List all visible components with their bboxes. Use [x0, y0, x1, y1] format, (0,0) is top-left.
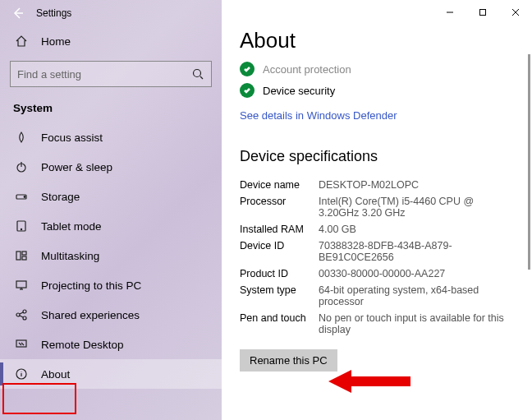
- spec-row: System type64-bit operating system, x64-…: [240, 282, 512, 310]
- remote-icon: [15, 338, 28, 351]
- specs-heading: Device specifications: [240, 148, 512, 165]
- security-label: Account protection: [263, 63, 351, 76]
- nav-item-projecting[interactable]: Projecting to this PC: [0, 270, 222, 300]
- nav-item-multitasking[interactable]: Multitasking: [0, 241, 222, 270]
- security-row-account: Account protection: [240, 58, 512, 80]
- scrollbar[interactable]: [528, 54, 530, 413]
- specs-table: Device nameDESKTOP-M02LOPC ProcessorInte…: [240, 177, 512, 338]
- window-title: Settings: [36, 7, 71, 19]
- nav-item-remote[interactable]: Remote Desktop: [0, 330, 222, 359]
- titlebar: Settings: [0, 0, 222, 26]
- power-icon: [15, 160, 28, 173]
- search-input[interactable]: Find a setting: [10, 61, 212, 87]
- svg-rect-8: [22, 256, 26, 260]
- svg-point-5: [21, 228, 21, 229]
- page-title: About: [240, 28, 512, 53]
- nav-item-shared[interactable]: Shared experiences: [0, 300, 222, 330]
- storage-icon: [15, 190, 28, 203]
- svg-point-12: [23, 316, 26, 320]
- multitasking-icon: [15, 249, 28, 262]
- check-icon: [240, 62, 255, 76]
- back-arrow-icon: [11, 7, 25, 20]
- projecting-icon: [15, 279, 28, 292]
- svg-rect-9: [16, 281, 26, 288]
- home-label: Home: [41, 35, 71, 48]
- nav-item-power[interactable]: Power & sleep: [0, 152, 222, 182]
- nav-label: Remote Desktop: [41, 339, 124, 351]
- nav-list: Focus assist Power & sleep Storage Table…: [0, 122, 222, 420]
- nav-item-focus-assist[interactable]: Focus assist: [0, 122, 222, 152]
- security-row-device: Device security: [240, 80, 512, 101]
- svg-point-10: [16, 313, 20, 316]
- nav-item-about[interactable]: About: [0, 359, 222, 389]
- check-icon: [240, 83, 255, 98]
- svg-rect-6: [16, 252, 21, 260]
- spec-row: ProcessorIntel(R) Core(TM) i5-4460 CPU @…: [240, 193, 512, 221]
- svg-rect-7: [22, 252, 26, 255]
- about-icon: [15, 367, 28, 381]
- nav-label: Tablet mode: [41, 220, 102, 233]
- main-pane: About Account protection Device security…: [222, 0, 532, 420]
- nav-label: Focus assist: [41, 132, 103, 144]
- nav-item-tablet[interactable]: Tablet mode: [0, 211, 222, 241]
- svg-point-0: [194, 70, 201, 77]
- scrollbar-thumb[interactable]: [528, 54, 530, 270]
- tablet-icon: [15, 219, 28, 233]
- section-header: System: [0, 95, 222, 122]
- search-icon: [191, 67, 204, 81]
- nav-label: Projecting to this PC: [41, 279, 141, 292]
- nav-label: Storage: [41, 191, 80, 203]
- nav-label: Power & sleep: [41, 161, 112, 173]
- nav-label: Shared experiences: [41, 309, 140, 321]
- spec-row: Device ID70388328-8DFB-434B-A879-BE91C0C…: [240, 238, 512, 265]
- spec-row: Product ID00330-80000-00000-AA227: [240, 265, 512, 282]
- spec-row: Pen and touchNo pen or touch input is av…: [240, 310, 512, 338]
- nav-label: About: [41, 368, 70, 381]
- back-button[interactable]: [0, 0, 36, 26]
- search-placeholder: Find a setting: [17, 68, 81, 81]
- home-icon: [15, 35, 28, 48]
- home-nav[interactable]: Home: [0, 26, 222, 56]
- rename-pc-button[interactable]: Rename this PC: [240, 349, 337, 372]
- svg-rect-13: [16, 340, 26, 347]
- sidebar: Settings Home Find a setting System Focu…: [0, 0, 222, 420]
- svg-point-11: [23, 310, 26, 313]
- spec-row: Installed RAM4.00 GB: [240, 221, 512, 238]
- nav-item-storage[interactable]: Storage: [0, 182, 222, 211]
- spec-row: Device nameDESKTOP-M02LOPC: [240, 177, 512, 193]
- nav-label: Multitasking: [41, 250, 99, 262]
- svg-point-3: [24, 196, 25, 198]
- defender-link[interactable]: See details in Windows Defender: [240, 109, 397, 122]
- focus-assist-icon: [15, 131, 28, 144]
- security-label: Device security: [263, 85, 335, 97]
- shared-icon: [15, 308, 28, 321]
